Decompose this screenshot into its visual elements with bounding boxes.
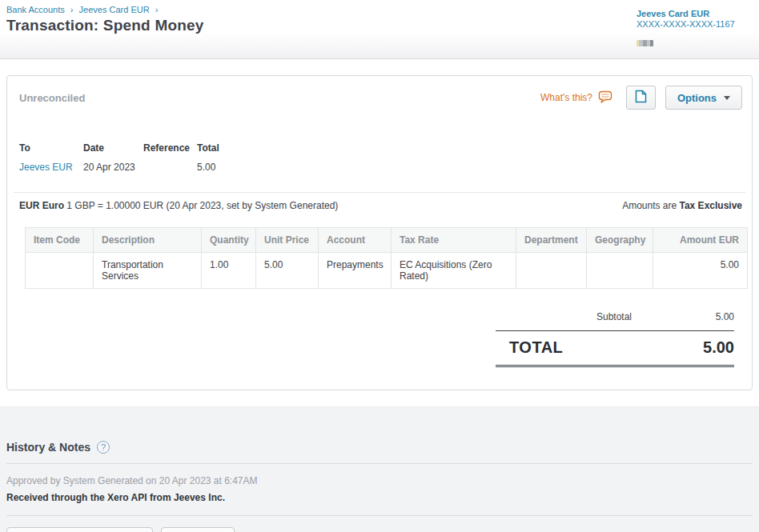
totals-block: Subtotal 5.00 TOTAL 5.00 <box>496 306 734 367</box>
cell-item-code <box>26 253 94 289</box>
page-header: Bank Accounts › Jeeves Card EUR › Transa… <box>0 0 759 59</box>
document-icon <box>635 90 647 106</box>
total-value: 5.00 <box>197 162 253 173</box>
cell-account: Prepayments <box>319 253 392 289</box>
history-entry-note: Received through the Xero API from Jeeve… <box>6 492 753 503</box>
whats-this-link[interactable]: What's this? <box>540 92 592 103</box>
col-header-amount-eur: Amount EUR <box>653 228 748 253</box>
grand-total-value: 5.00 <box>563 338 734 357</box>
breadcrumb-bank-accounts[interactable]: Bank Accounts <box>6 5 65 14</box>
to-value: Jeeves EUR <box>19 162 83 173</box>
history-title-row: History & Notes ? <box>6 441 753 454</box>
amounts-are-text: Amounts are Tax Exclusive <box>622 200 742 211</box>
cell-tax-rate: EC Acquisitions (Zero Rated) <box>392 253 516 289</box>
account-name-link[interactable]: Jeeves Card EUR <box>637 9 735 19</box>
subtotal-row: Subtotal 5.00 <box>496 306 734 330</box>
small-badge <box>637 40 653 46</box>
history-entry-meta: Approved by System Generated on 20 Apr 2… <box>6 475 753 486</box>
add-note-button[interactable]: Add Note <box>161 527 235 532</box>
date-header: Date <box>83 142 143 154</box>
chevron-down-icon <box>724 96 730 100</box>
col-header-unit-price: Unit Price <box>256 228 319 253</box>
history-notes-section: History & Notes ? Approved by System Gen… <box>0 406 759 532</box>
main-content: Unreconciled What's this? <box>0 59 759 390</box>
exchange-rate-detail: 1 GBP = 1.00000 EUR (20 Apr 2023, set by… <box>64 200 338 211</box>
col-header-department: Department <box>516 228 587 253</box>
col-header-account: Account <box>319 228 392 253</box>
subtotal-label: Subtotal <box>496 311 632 322</box>
transaction-panel: Unreconciled What's this? <box>6 75 753 390</box>
summary-values: Jeeves EUR20 Apr 20235.00 <box>19 162 745 173</box>
col-header-tax-rate: Tax Rate <box>392 228 516 253</box>
speech-bubble-icon[interactable] <box>598 90 613 106</box>
breadcrumb-jeeves-card-eur[interactable]: Jeeves Card EUR <box>79 5 150 14</box>
line-items-table: Item Code Description Quantity Unit Pric… <box>25 227 748 289</box>
account-number: XXXX-XXXX-XXXX-1167 <box>637 19 735 29</box>
total-header: Total <box>197 142 253 154</box>
amounts-are-prefix: Amounts are <box>622 200 679 211</box>
subtotal-value: 5.00 <box>632 311 734 322</box>
table-header-row: Item Code Description Quantity Unit Pric… <box>26 228 748 253</box>
breadcrumb-separator: › <box>155 5 159 14</box>
panel-toolbar: Unreconciled What's this? <box>14 86 745 110</box>
table-row: Transportation Services 1.00 5.00 Prepay… <box>26 253 748 289</box>
transaction-summary: ToDateReferenceTotal Jeeves EUR20 Apr 20… <box>19 142 745 173</box>
account-info: Jeeves Card EUR XXXX-XXXX-XXXX-1167 <box>637 9 735 30</box>
date-value: 20 Apr 2023 <box>83 162 143 173</box>
tax-exclusive-label: Tax Exclusive <box>680 200 743 211</box>
help-icon[interactable]: ? <box>97 441 110 454</box>
cell-unit-price: 5.00 <box>256 253 319 289</box>
status-label: Unreconciled <box>19 92 85 104</box>
history-buttons: Show History (2 entries) Add Note <box>6 527 753 532</box>
exchange-rate-text: EUR Euro 1 GBP = 1.00000 EUR (20 Apr 202… <box>19 200 338 211</box>
cell-amount-eur: 5.00 <box>653 253 748 289</box>
divider <box>6 515 753 516</box>
summary-headers: ToDateReferenceTotal <box>19 142 745 154</box>
options-button-label: Options <box>677 92 717 104</box>
col-header-item-code: Item Code <box>26 228 94 253</box>
to-header: To <box>19 142 83 154</box>
cell-quantity: 1.00 <box>202 253 256 289</box>
breadcrumb-separator: › <box>70 5 74 14</box>
document-button[interactable] <box>626 86 656 110</box>
history-notes-title: History & Notes <box>6 441 90 454</box>
currency-row: EUR Euro 1 GBP = 1.00000 EUR (20 Apr 202… <box>14 192 745 211</box>
total-row: TOTAL 5.00 <box>496 330 734 367</box>
cell-department <box>516 253 587 289</box>
reference-header: Reference <box>143 142 197 154</box>
divider <box>6 463 753 464</box>
currency-code: EUR Euro <box>19 200 64 211</box>
col-header-quantity: Quantity <box>202 228 256 253</box>
toolbar-controls: What's this? <box>540 86 742 110</box>
cell-description: Transportation Services <box>94 253 202 289</box>
options-button[interactable]: Options <box>665 86 742 110</box>
contact-link[interactable]: Jeeves EUR <box>19 162 73 173</box>
cell-geography <box>587 253 653 289</box>
col-header-description: Description <box>94 228 202 253</box>
show-history-button[interactable]: Show History (2 entries) <box>6 527 153 532</box>
grand-total-label: TOTAL <box>496 338 563 357</box>
col-header-geography: Geography <box>587 228 653 253</box>
